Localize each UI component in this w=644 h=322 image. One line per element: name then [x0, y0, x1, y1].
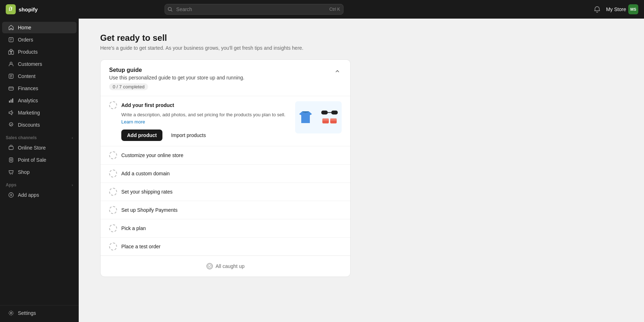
svg-rect-16	[9, 101, 10, 103]
sidebar-item-shop-label: Shop	[18, 169, 30, 175]
setup-item-header-plan: Pick a plan	[109, 224, 342, 232]
setup-item-main: Add your first product Write a descripti…	[109, 101, 295, 141]
topnav-right: My Store MS	[592, 4, 638, 14]
sidebar-item-finances-label: Finances	[18, 86, 38, 91]
svg-point-21	[11, 126, 12, 126]
sidebar-item-online-store[interactable]: Online Store	[2, 142, 77, 153]
main-content: Get ready to sell Here's a guide to get …	[79, 19, 644, 322]
store-button[interactable]: My Store MS	[606, 4, 638, 14]
svg-rect-14	[9, 87, 14, 90]
setup-item-expanded-content: Add your first product Write a descripti…	[109, 101, 342, 141]
apps-chevron: ›	[72, 183, 73, 187]
product-illustration	[295, 101, 342, 133]
sales-channels-section[interactable]: Sales channels ›	[0, 131, 79, 142]
sidebar-item-home-label: Home	[18, 25, 31, 30]
sidebar-item-customers-label: Customers	[18, 61, 42, 67]
svg-rect-0	[6, 4, 16, 14]
svg-rect-18	[12, 98, 13, 103]
finances-icon	[8, 85, 14, 92]
sidebar-item-home[interactable]: Home	[2, 22, 77, 33]
topnav: shopify Ctrl K My Store MS	[0, 0, 644, 19]
collapse-button[interactable]	[333, 67, 342, 75]
sidebar-item-marketing[interactable]: Marketing	[2, 107, 77, 118]
svg-rect-33	[331, 111, 338, 114]
sidebar: Home Orders Products Customers Content	[0, 19, 79, 322]
sidebar-item-finances[interactable]: Finances	[2, 83, 77, 94]
sidebar-item-products[interactable]: Products	[2, 46, 77, 58]
customize-circle	[109, 151, 117, 159]
setup-item-shopify-payments[interactable]: Set up Shopify Payments	[101, 201, 350, 219]
svg-rect-32	[321, 111, 328, 114]
tshirt-illustration	[299, 106, 318, 129]
customers-icon	[8, 61, 14, 67]
sidebar-item-settings[interactable]: Settings	[2, 307, 77, 319]
test-order-circle	[109, 243, 117, 250]
item-actions: Add product Import products	[121, 130, 295, 141]
setup-item-custom-domain[interactable]: Add a custom domain	[101, 164, 350, 182]
page-subtitle: Here's a guide to get started. As your b…	[100, 45, 623, 51]
sidebar-item-online-store-label: Online Store	[18, 145, 46, 151]
learn-more-link[interactable]: Learn more	[121, 119, 145, 125]
import-products-button[interactable]: Import products	[167, 130, 210, 141]
setup-card-header-content: Setup guide Use this personalized guide …	[109, 67, 244, 90]
sidebar-item-content-label: Content	[18, 73, 35, 79]
svg-rect-22	[9, 146, 13, 150]
svg-rect-3	[9, 38, 13, 42]
setup-item-circle	[109, 101, 117, 109]
search-shortcut: Ctrl K	[330, 7, 340, 12]
payments-circle	[109, 206, 117, 214]
setup-item-header-test-order: Place a test order	[109, 243, 342, 250]
setup-card-header: Setup guide Use this personalized guide …	[101, 60, 350, 96]
sales-channels-label: Sales channels	[6, 135, 37, 140]
setup-guide-title: Setup guide	[109, 67, 244, 73]
sidebar-item-point-of-sale[interactable]: Point of Sale	[2, 154, 77, 166]
setup-item-header-payments: Set up Shopify Payments	[109, 206, 342, 214]
svg-rect-38	[330, 118, 337, 121]
apps-label: Apps	[6, 182, 16, 187]
sidebar-item-customers[interactable]: Customers	[2, 58, 77, 70]
setup-item-customize-store[interactable]: Customize your online store	[101, 146, 350, 164]
setup-item-pick-plan[interactable]: Pick a plan	[101, 219, 350, 237]
search-icon	[168, 7, 172, 12]
sidebar-item-add-apps-label: Add apps	[18, 192, 39, 198]
sidebar-item-settings-label: Settings	[18, 310, 36, 316]
caught-up-icon	[206, 263, 213, 269]
setup-item-desc: Write a description, add photos, and set…	[121, 111, 295, 125]
notifications-button[interactable]	[592, 5, 602, 14]
customize-store-title: Customize your online store	[121, 152, 184, 158]
svg-rect-8	[10, 49, 12, 52]
sidebar-item-discounts[interactable]: Discounts	[2, 119, 77, 131]
sidebar-item-orders[interactable]: Orders	[2, 34, 77, 45]
sidebar-item-analytics[interactable]: Analytics	[2, 95, 77, 106]
setup-item-title: Add your first product	[121, 102, 174, 108]
store-name: My Store	[606, 6, 626, 12]
store-avatar: MS	[628, 4, 638, 14]
setup-item-add-product[interactable]: Add your first product Write a descripti…	[101, 96, 350, 146]
pos-icon	[8, 157, 14, 163]
discounts-icon	[8, 122, 14, 128]
layout: Home Orders Products Customers Content	[0, 19, 644, 322]
add-product-button[interactable]: Add product	[121, 130, 162, 141]
setup-item-header-domain: Add a custom domain	[109, 170, 342, 177]
test-order-title: Place a test order	[121, 244, 161, 249]
search-input[interactable]	[165, 4, 343, 15]
sales-channels-chevron: ›	[72, 136, 73, 140]
sidebar-item-shop[interactable]: Shop	[2, 166, 77, 178]
svg-point-31	[10, 312, 12, 314]
apps-section[interactable]: Apps ›	[0, 178, 79, 189]
setup-item-shipping-rates[interactable]: Set your shipping rates	[101, 182, 350, 201]
caught-up-text: All caught up	[216, 263, 245, 269]
shopify-logo[interactable]: shopify	[6, 4, 38, 14]
sidebar-item-marketing-label: Marketing	[18, 110, 40, 116]
search-bar[interactable]: Ctrl K	[165, 4, 343, 15]
svg-point-26	[10, 174, 11, 175]
sidebar-item-pos-label: Point of Sale	[18, 157, 46, 163]
page-title: Get ready to sell	[100, 33, 623, 43]
sidebar-item-add-apps[interactable]: Add apps	[2, 189, 77, 201]
setup-item-header-shipping: Set your shipping rates	[109, 188, 342, 196]
sidebar-item-content[interactable]: Content	[2, 70, 77, 82]
custom-domain-title: Add a custom domain	[121, 171, 170, 176]
add-icon	[8, 192, 14, 198]
setup-item-test-order[interactable]: Place a test order	[101, 237, 350, 255]
sidebar-item-orders-label: Orders	[18, 37, 33, 43]
